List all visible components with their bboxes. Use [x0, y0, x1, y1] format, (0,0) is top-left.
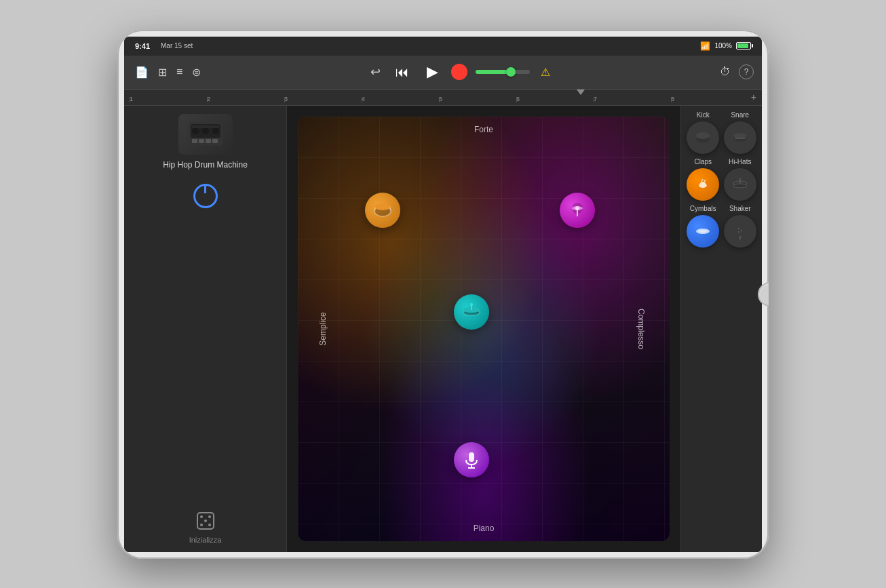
bubble-drum[interactable]: [365, 193, 400, 228]
pad-area[interactable]: Forte Piano Semplice Complesso: [298, 117, 670, 541]
kick-button[interactable]: [687, 121, 719, 154]
main-content: Hip Hop Drum Machine: [124, 106, 762, 552]
left-sidebar: Hip Hop Drum Machine: [124, 106, 287, 552]
svg-rect-2: [192, 139, 197, 143]
svg-line-37: [704, 180, 706, 182]
power-icon: [193, 184, 218, 208]
ruler-mark-7: 7: [594, 96, 671, 102]
svg-line-36: [701, 179, 703, 182]
svg-point-27: [470, 303, 473, 306]
svg-point-6: [192, 128, 199, 134]
svg-point-14: [208, 524, 211, 526]
drum-pad-shaker: Shaker: [724, 205, 757, 248]
kick-label: Kick: [697, 111, 710, 119]
volume-slider[interactable]: [476, 70, 530, 74]
ipad-frame: 9:41 Mar 15 set 📶 100% 📄 ⊞ ≡ ⊜ ↩: [117, 30, 769, 559]
drum-pad-cymbals: Cymbals: [687, 205, 720, 248]
svg-point-13: [200, 524, 203, 526]
status-bar: 9:41 Mar 15 set 📶 100%: [124, 37, 762, 56]
drum-pad-snare: Snare: [724, 111, 757, 154]
svg-point-39: [733, 184, 747, 188]
snare-label: Snare: [731, 111, 749, 119]
ruler-mark-8: 8: [671, 96, 748, 102]
help-icon[interactable]: ?: [739, 64, 754, 79]
record-button[interactable]: [451, 64, 467, 80]
svg-rect-4: [206, 139, 211, 143]
label-complesso: Complesso: [636, 308, 646, 349]
ruler-mark-1: 1: [130, 96, 207, 102]
svg-point-11: [200, 515, 203, 518]
bubble-mic[interactable]: [454, 442, 489, 477]
hihats-button[interactable]: [724, 168, 756, 201]
status-date: Mar 15 set: [161, 42, 193, 50]
svg-point-12: [208, 515, 211, 518]
claps-label: Claps: [694, 158, 712, 165]
claps-button[interactable]: [687, 168, 719, 201]
instrument-card: Hip Hop Drum Machine: [163, 114, 248, 171]
svg-point-15: [204, 520, 207, 522]
battery-icon: [736, 42, 751, 50]
tracks-icon[interactable]: ⊞: [155, 63, 170, 81]
svg-point-7: [202, 128, 209, 134]
svg-point-34: [733, 133, 747, 138]
shaker-button[interactable]: [724, 215, 756, 248]
drum-pad-kick: Kick: [687, 111, 720, 154]
ipad-screen: 9:41 Mar 15 set 📶 100% 📄 ⊞ ≡ ⊜ ↩: [124, 37, 762, 552]
svg-point-46: [741, 230, 742, 231]
shaker-label: Shaker: [729, 205, 751, 212]
init-section: Inizializza: [189, 509, 222, 544]
cymbals-button[interactable]: [687, 215, 719, 248]
grid-lines: [298, 117, 670, 541]
label-semplice: Semplice: [318, 312, 328, 345]
svg-point-17: [374, 203, 391, 210]
instrument-icon: [178, 114, 233, 155]
undo-icon[interactable]: ↩: [368, 62, 383, 82]
ruler-mark-3: 3: [284, 96, 362, 102]
instrument-name: Hip Hop Drum Machine: [163, 160, 248, 171]
svg-point-23: [575, 206, 579, 210]
svg-rect-28: [469, 452, 474, 462]
file-icon[interactable]: 📄: [132, 63, 151, 81]
svg-point-8: [212, 128, 219, 134]
svg-point-47: [738, 231, 739, 233]
ruler-mark-5: 5: [439, 96, 516, 102]
wifi-icon: 📶: [700, 41, 710, 51]
warning-icon[interactable]: ⚠: [538, 63, 553, 81]
drum-pad-hihats: Hi-Hats: [724, 158, 757, 201]
cymbals-label: Cymbals: [690, 205, 716, 212]
snare-button[interactable]: [724, 121, 756, 154]
battery-label: 100%: [714, 42, 732, 50]
ruler-mark-4: 4: [362, 96, 439, 102]
settings-icon[interactable]: ⊜: [189, 63, 204, 81]
drum-pad-claps: Claps: [687, 158, 720, 201]
right-panel: Kick Snare: [680, 106, 762, 552]
volume-knob[interactable]: [506, 67, 516, 77]
status-time: 9:41: [135, 42, 150, 50]
ruler: 1 2 3 4 5 6 7 8 +: [124, 90, 762, 106]
label-forte: Forte: [474, 125, 493, 134]
svg-rect-5: [212, 139, 218, 143]
ruler-mark-2: 2: [207, 96, 284, 102]
svg-point-42: [699, 230, 707, 233]
mixer-icon[interactable]: ≡: [174, 63, 185, 81]
ruler-add-button[interactable]: +: [751, 92, 756, 102]
play-button[interactable]: ▶: [421, 61, 443, 83]
playhead: [577, 90, 585, 95]
svg-point-43: [735, 224, 745, 236]
rewind-button[interactable]: ⏮: [391, 61, 413, 83]
svg-rect-9: [192, 125, 219, 128]
svg-point-45: [738, 228, 739, 229]
init-icon[interactable]: [193, 509, 218, 533]
init-label: Inizializza: [189, 536, 222, 544]
power-button[interactable]: [191, 181, 220, 211]
toolbar: 📄 ⊞ ≡ ⊜ ↩ ⏮ ▶ ⚠ ⏱ ?: [124, 56, 762, 90]
label-piano: Piano: [474, 524, 495, 533]
drum-pads-grid: Kick Snare: [687, 111, 756, 248]
svg-point-32: [696, 132, 710, 139]
svg-rect-3: [199, 139, 204, 143]
tempo-icon[interactable]: ⏱: [717, 63, 733, 81]
ruler-mark-6: 6: [516, 96, 594, 102]
hihats-label: Hi-Hats: [729, 158, 751, 165]
